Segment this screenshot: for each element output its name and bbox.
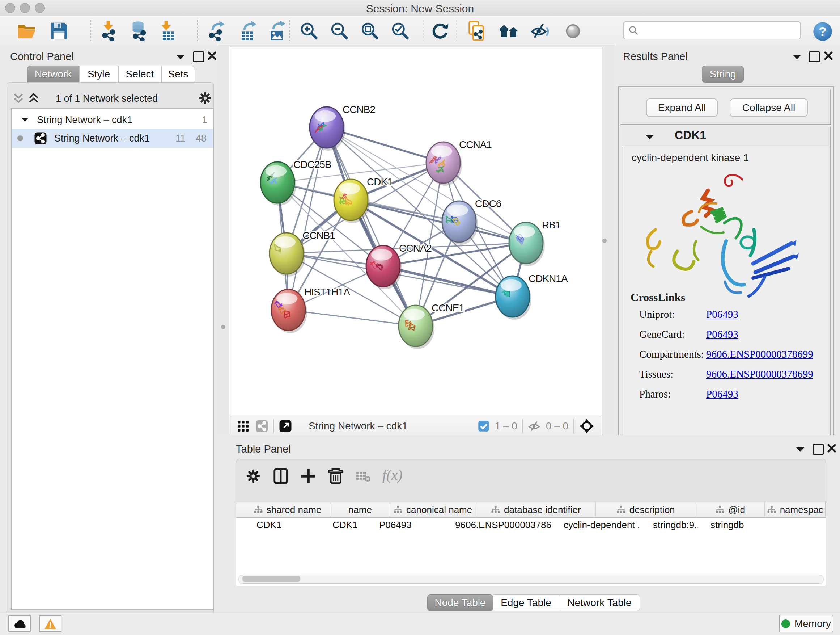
new-session-icon[interactable] bbox=[467, 21, 487, 41]
results-panel-float-icon[interactable] bbox=[809, 51, 820, 62]
tab-style[interactable]: Style bbox=[79, 66, 118, 82]
grid-view-icon[interactable] bbox=[237, 420, 249, 432]
zoom-in-icon[interactable] bbox=[299, 21, 319, 41]
network-edge-count: 48 bbox=[196, 133, 207, 144]
table-hscrollbar-thumb[interactable] bbox=[242, 576, 300, 582]
column-header[interactable]: shared name bbox=[244, 502, 332, 517]
crosslink-value-link[interactable]: P06493 bbox=[706, 388, 738, 400]
svg-text:?: ? bbox=[819, 24, 826, 38]
network-share-toggle-icon[interactable] bbox=[256, 420, 268, 432]
network-visible-dot bbox=[17, 135, 23, 141]
table-cell[interactable]: stringdb bbox=[698, 519, 747, 531]
help-icon[interactable]: ? bbox=[813, 21, 833, 42]
results-panel-menu-icon[interactable] bbox=[792, 54, 802, 61]
node-CCNB1[interactable] bbox=[270, 233, 305, 277]
search-input[interactable] bbox=[639, 25, 792, 36]
export-image-icon[interactable] bbox=[267, 21, 287, 41]
node-CCNA2[interactable] bbox=[366, 245, 402, 289]
fit-selected-icon[interactable] bbox=[579, 418, 595, 434]
table-settings-gear-icon[interactable] bbox=[245, 468, 262, 485]
edge-CCNE1-HIST1H1A[interactable] bbox=[288, 310, 416, 326]
import-network-file-icon[interactable] bbox=[100, 21, 120, 41]
tab-network-table[interactable]: Network Table bbox=[559, 594, 640, 611]
expand-all-button[interactable]: Expand All bbox=[646, 98, 718, 117]
network-options-gear-icon[interactable] bbox=[197, 90, 213, 106]
memory-button[interactable]: Memory bbox=[779, 615, 834, 632]
add-column-icon[interactable] bbox=[300, 468, 317, 485]
node-CDK1[interactable] bbox=[334, 179, 370, 223]
save-session-icon[interactable] bbox=[49, 21, 69, 41]
tab-node-table[interactable]: Node Table bbox=[427, 594, 493, 611]
table-cell[interactable]: CDK1 bbox=[244, 519, 320, 531]
crosslink-value-link[interactable]: P06493 bbox=[706, 309, 738, 320]
control-panel-title: Control Panel bbox=[10, 51, 74, 63]
search-field[interactable] bbox=[623, 21, 801, 40]
selected-checkbox-icon[interactable] bbox=[478, 420, 489, 432]
node-CCNE1[interactable] bbox=[399, 305, 434, 349]
edge-CCNA2-CDKN1A[interactable] bbox=[383, 266, 513, 296]
open-session-icon[interactable] bbox=[16, 21, 36, 41]
crosslink-value-link[interactable]: P06493 bbox=[706, 328, 738, 340]
column-header[interactable]: namespac bbox=[765, 502, 826, 517]
show-all-icon[interactable] bbox=[563, 21, 583, 41]
node-HIST1H1A[interactable] bbox=[271, 289, 307, 333]
tab-string[interactable]: String bbox=[702, 66, 744, 82]
collapse-all-button[interactable]: Collapse All bbox=[729, 98, 808, 117]
edge-CCNB2-HIST1H1A[interactable] bbox=[288, 127, 327, 310]
hide-selected-icon[interactable] bbox=[531, 21, 551, 41]
collapse-all-icon[interactable] bbox=[12, 93, 25, 104]
network-row-selected[interactable]: String Network – cdk1 11 48 bbox=[11, 129, 213, 148]
network-collection-row[interactable]: String Network – cdk1 1 bbox=[11, 111, 213, 129]
table-cell[interactable]: 9606.ENSP00000378699 bbox=[443, 519, 551, 531]
zoom-selected-icon[interactable] bbox=[390, 21, 410, 41]
node-RB1[interactable] bbox=[509, 222, 545, 266]
zoom-fit-icon[interactable] bbox=[360, 21, 380, 41]
table-row[interactable]: CDK1CDK1P064939606.ENSP00000378699cyclin… bbox=[236, 518, 826, 532]
right-splitter-handle[interactable] bbox=[602, 239, 607, 243]
table-hscrollbar[interactable] bbox=[238, 575, 824, 584]
zoom-out-icon[interactable] bbox=[329, 21, 349, 41]
node-CCNA1[interactable] bbox=[426, 142, 462, 186]
show-columns-icon[interactable] bbox=[272, 468, 289, 485]
detach-view-icon[interactable] bbox=[279, 420, 292, 432]
refresh-view-icon[interactable] bbox=[430, 21, 450, 41]
cloud-status-button[interactable] bbox=[8, 616, 31, 632]
node-CDC6[interactable] bbox=[442, 201, 478, 245]
left-splitter-handle[interactable] bbox=[221, 325, 225, 329]
export-table-icon[interactable] bbox=[238, 21, 259, 41]
tab-edge-table[interactable]: Edge Table bbox=[493, 594, 559, 611]
table-cell[interactable]: P06493 bbox=[367, 519, 443, 531]
first-neighbors-icon[interactable] bbox=[499, 21, 519, 41]
collection-expand-icon[interactable] bbox=[21, 117, 29, 123]
export-network-icon[interactable] bbox=[207, 21, 227, 41]
column-header[interactable]: name bbox=[331, 502, 389, 517]
column-header[interactable]: @id bbox=[696, 502, 765, 517]
column-header[interactable]: description bbox=[596, 502, 696, 517]
gene-collapse-icon[interactable] bbox=[645, 134, 654, 141]
table-panel-float-icon[interactable] bbox=[813, 444, 824, 455]
tab-network[interactable]: Network bbox=[27, 66, 79, 82]
import-network-database-icon[interactable] bbox=[129, 21, 149, 41]
control-panel-close-icon[interactable] bbox=[208, 51, 216, 60]
delete-column-icon[interactable] bbox=[327, 468, 344, 485]
table-panel-close-icon[interactable] bbox=[827, 444, 836, 453]
table-cell[interactable]: cyclin-dependent ... bbox=[551, 519, 641, 531]
column-header[interactable]: canonical name bbox=[389, 502, 477, 517]
column-header[interactable]: database identifier bbox=[477, 502, 596, 517]
table-cell[interactable]: CDK1 bbox=[320, 519, 367, 531]
node-CDKN1A[interactable] bbox=[496, 276, 531, 320]
control-panel-float-icon[interactable] bbox=[193, 51, 204, 62]
table-cell[interactable]: stringdb:9... bbox=[641, 519, 698, 531]
tab-sets[interactable]: Sets bbox=[161, 66, 195, 82]
node-CCNB2[interactable] bbox=[309, 107, 346, 150]
crosslink-value-link[interactable]: 9606.ENSP00000378699 bbox=[706, 348, 813, 360]
crosslink-value-link[interactable]: 9606.ENSP00000378699 bbox=[706, 368, 813, 380]
import-table-file-icon[interactable] bbox=[158, 21, 178, 41]
results-panel-close-icon[interactable] bbox=[824, 51, 833, 60]
table-panel-menu-icon[interactable] bbox=[796, 446, 805, 453]
expand-all-icon[interactable] bbox=[27, 93, 40, 104]
tab-select[interactable]: Select bbox=[118, 66, 161, 82]
network-canvas[interactable]: CCNB2CCNA1CDC25BCDK1CDC6RB1CCNB1CCNA2CDK… bbox=[229, 47, 601, 416]
warnings-button[interactable] bbox=[39, 616, 62, 632]
control-panel-menu-icon[interactable] bbox=[176, 54, 185, 61]
